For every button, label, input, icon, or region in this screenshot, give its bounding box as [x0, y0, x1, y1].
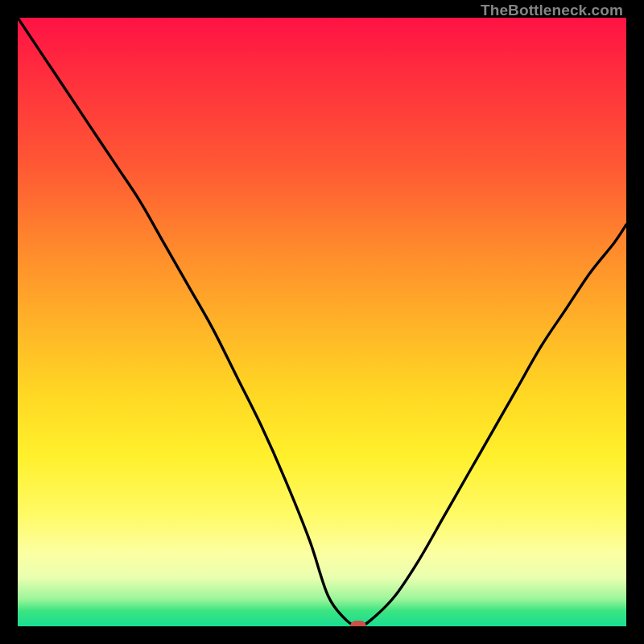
minimum-marker: [350, 621, 366, 626]
bottleneck-curve-path: [18, 18, 626, 626]
watermark-label: TheBottleneck.com: [481, 2, 623, 19]
chart-frame: TheBottleneck.com: [0, 0, 644, 644]
plot-area: [18, 18, 626, 626]
curve-svg: [18, 18, 626, 626]
